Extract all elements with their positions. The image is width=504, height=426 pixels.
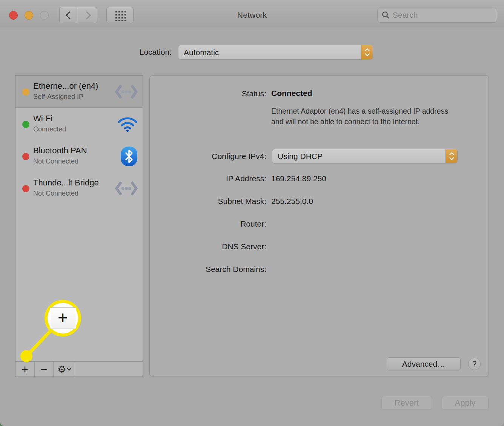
- revert-button[interactable]: Revert: [381, 396, 432, 410]
- add-interface-button[interactable]: +: [15, 362, 35, 377]
- advanced-button[interactable]: Advanced…: [387, 357, 461, 370]
- router-label: Router:: [150, 219, 266, 228]
- search-input[interactable]: [393, 11, 495, 20]
- dropdown-stepper-icon: [361, 45, 373, 59]
- dns-server-label: DNS Server:: [150, 242, 266, 251]
- interface-title: Wi-Fi: [33, 114, 52, 123]
- status-dot: [22, 153, 29, 160]
- titlebar: Network: [0, 0, 504, 30]
- remove-interface-button[interactable]: −: [35, 362, 54, 377]
- status-label: Status:: [150, 89, 266, 98]
- sidebar-item-ethernet[interactable]: Etherne...or (en4) Self-Assigned IP: [15, 76, 143, 108]
- configure-ipv4-value: Using DHCP: [272, 152, 446, 161]
- interface-subtitle: Connected: [33, 125, 66, 133]
- status-dot: [22, 88, 29, 96]
- chevron-down-icon: [67, 366, 71, 370]
- interface-subtitle: Self-Assigned IP: [33, 93, 83, 101]
- bluetooth-icon: [120, 140, 138, 172]
- gear-icon: ⚙: [57, 364, 66, 374]
- search-icon: [381, 11, 390, 19]
- network-preferences-window: Network Location: Automatic Etherne...or…: [0, 0, 504, 426]
- location-value: Automatic: [178, 48, 361, 57]
- interface-title: Etherne...or (en4): [33, 81, 98, 91]
- sidebar-toolbar: + − ⚙: [15, 361, 143, 377]
- ip-address-label: IP Address:: [150, 174, 266, 183]
- status-dot: [22, 121, 29, 128]
- help-button[interactable]: ?: [468, 358, 481, 370]
- interfaces-sidebar: Etherne...or (en4) Self-Assigned IP Wi-F…: [15, 75, 143, 377]
- status-dot: [22, 185, 29, 192]
- sidebar-item-wifi[interactable]: Wi-Fi Connected: [15, 108, 143, 140]
- ethernet-icon: [115, 76, 138, 108]
- apply-button[interactable]: Apply: [442, 396, 489, 410]
- interface-title: Bluetooth PAN: [33, 146, 87, 156]
- interface-actions-button[interactable]: ⚙: [54, 362, 75, 377]
- status-value: Connected: [271, 89, 312, 98]
- status-description: Ethernet Adaptor (en4) has a self-assign…: [271, 106, 457, 127]
- interface-title: Thunde...lt Bridge: [33, 178, 99, 188]
- interface-subtitle: Not Connected: [33, 157, 78, 165]
- location-dropdown[interactable]: Automatic: [178, 45, 373, 60]
- subnet-mask-value: 255.255.0.0: [271, 197, 313, 206]
- configure-ipv4-label: Configure IPv4:: [150, 152, 266, 161]
- ip-address-value: 169.254.89.250: [271, 174, 326, 183]
- ethernet-icon: [115, 172, 138, 204]
- wifi-icon: [117, 108, 138, 140]
- sidebar-item-thunderbolt-bridge[interactable]: Thunde...lt Bridge Not Connected: [15, 172, 143, 204]
- configure-ipv4-dropdown[interactable]: Using DHCP: [272, 149, 458, 164]
- subnet-mask-label: Subnet Mask:: [150, 197, 266, 206]
- search-field[interactable]: [377, 8, 497, 23]
- interface-subtitle: Not Connected: [33, 190, 78, 198]
- search-domains-label: Search Domains:: [150, 265, 266, 274]
- location-label: Location:: [75, 48, 172, 57]
- sidebar-item-bluetooth-pan[interactable]: Bluetooth PAN Not Connected: [15, 140, 143, 172]
- dropdown-stepper-icon: [446, 149, 457, 163]
- interface-details-panel: Status: Connected Ethernet Adaptor (en4)…: [149, 75, 489, 377]
